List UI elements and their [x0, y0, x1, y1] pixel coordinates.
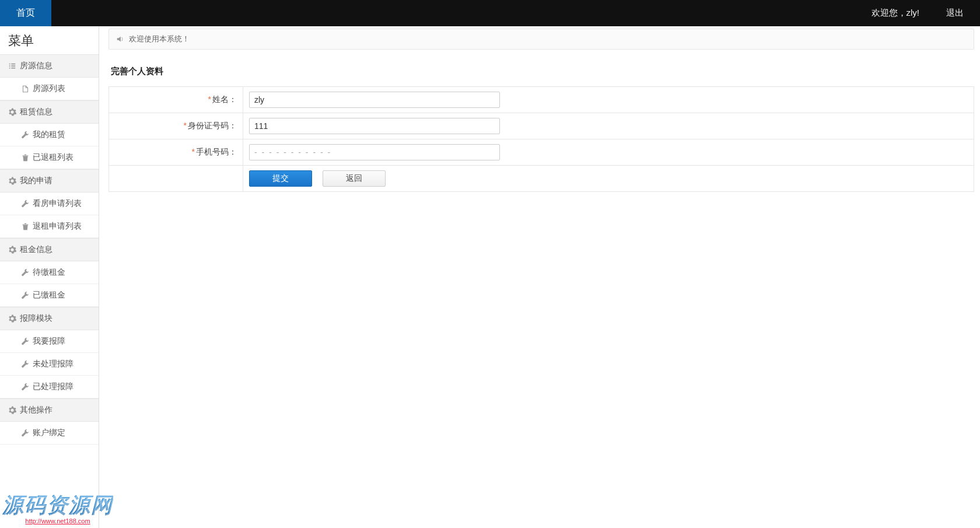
menu-group[interactable]: 租赁信息: [0, 100, 99, 124]
wrench-icon: [21, 383, 29, 391]
menu-item[interactable]: 已缴租金: [0, 284, 99, 307]
menu-item-label: 已退租列表: [33, 152, 74, 163]
menu-item[interactable]: 已退租列表: [0, 146, 99, 169]
logout-link[interactable]: 退出: [930, 8, 980, 19]
menu-group[interactable]: 报障模块: [0, 307, 99, 330]
sidebar: 菜单 房源信息房源列表租赁信息我的租赁已退租列表我的申请看房申请列表退租申请列表…: [0, 26, 99, 528]
menu-item[interactable]: 房源列表: [0, 78, 99, 100]
menu-item-label: 已缴租金: [33, 290, 65, 300]
menu-item[interactable]: 我的租赁: [0, 124, 99, 146]
submit-button[interactable]: 提交: [249, 170, 312, 187]
menu-item-label: 已处理报障: [33, 382, 74, 392]
gear-icon: [8, 177, 16, 185]
main-content: 欢迎使用本系统！ 完善个人资料 *姓名： *身份证号码：: [99, 26, 980, 528]
name-label: 姓名：: [212, 95, 237, 104]
notice-bar: 欢迎使用本系统！: [108, 29, 974, 50]
page-heading: 完善个人资料: [111, 66, 974, 77]
sidebar-title: 菜单: [0, 26, 99, 54]
wrench-icon: [21, 131, 29, 139]
menu-item[interactable]: 账户绑定: [0, 422, 99, 445]
wrench-icon: [21, 291, 29, 299]
menu-item-label: 看房申请列表: [33, 198, 82, 209]
list-icon: [8, 62, 16, 70]
menu-group[interactable]: 其他操作: [0, 398, 99, 422]
menu-item-label: 我要报障: [33, 336, 65, 347]
menu-item[interactable]: 未处理报障: [0, 353, 99, 376]
menu-group-label: 其他操作: [20, 405, 52, 415]
menu-group-label: 房源信息: [20, 61, 52, 71]
menu-item[interactable]: 已处理报障: [0, 376, 99, 398]
menu-item-label: 房源列表: [33, 83, 65, 94]
menu-item-label: 我的租赁: [33, 130, 65, 140]
back-button[interactable]: 返回: [323, 170, 386, 187]
wrench-icon: [21, 268, 29, 277]
required-mark: *: [184, 121, 187, 130]
wrench-icon: [21, 200, 29, 208]
gear-icon: [8, 314, 16, 323]
menu-item-label: 待缴租金: [33, 267, 65, 278]
idno-label-cell: *身份证号码：: [109, 113, 243, 139]
wrench-icon: [21, 429, 29, 437]
required-mark: *: [192, 147, 195, 156]
nav-home[interactable]: 首页: [0, 0, 51, 26]
phone-label: 手机号码：: [196, 147, 237, 156]
menu-item-label: 账户绑定: [33, 428, 65, 438]
trash-icon: [21, 153, 29, 162]
profile-form: *姓名： *身份证号码： *手机号码：: [108, 86, 974, 192]
wrench-icon: [21, 337, 29, 345]
required-mark: *: [208, 95, 211, 104]
empty-label-cell: [109, 166, 243, 192]
topbar: 首页 欢迎您，zly! 退出: [0, 0, 980, 26]
phone-input[interactable]: [249, 144, 500, 160]
gear-icon: [8, 246, 16, 254]
menu-item[interactable]: 退租申请列表: [0, 215, 99, 238]
menu-group-label: 租赁信息: [20, 107, 52, 117]
gear-icon: [8, 108, 16, 116]
menu-item[interactable]: 看房申请列表: [0, 193, 99, 215]
name-label-cell: *姓名：: [109, 87, 243, 113]
menu-group[interactable]: 房源信息: [0, 54, 99, 78]
idno-input[interactable]: [249, 118, 500, 134]
menu-group-label: 租金信息: [20, 244, 52, 255]
idno-label: 身份证号码：: [188, 121, 237, 130]
trash-icon: [21, 222, 29, 230]
menu-group-label: 我的申请: [20, 176, 52, 186]
name-input[interactable]: [249, 92, 500, 108]
menu-item[interactable]: 待缴租金: [0, 261, 99, 284]
gear-icon: [8, 406, 16, 414]
menu-item-label: 退租申请列表: [33, 221, 82, 232]
file-icon: [21, 85, 29, 93]
menu-item[interactable]: 我要报障: [0, 330, 99, 353]
menu-item-label: 未处理报障: [33, 359, 74, 369]
sound-icon: [116, 35, 124, 43]
menu-group[interactable]: 我的申请: [0, 169, 99, 193]
notice-text: 欢迎使用本系统！: [129, 34, 190, 44]
menu-group[interactable]: 租金信息: [0, 238, 99, 261]
menu-group-label: 报障模块: [20, 313, 52, 324]
phone-label-cell: *手机号码：: [109, 139, 243, 166]
welcome-text: 欢迎您，zly!: [861, 8, 930, 19]
wrench-icon: [21, 360, 29, 368]
